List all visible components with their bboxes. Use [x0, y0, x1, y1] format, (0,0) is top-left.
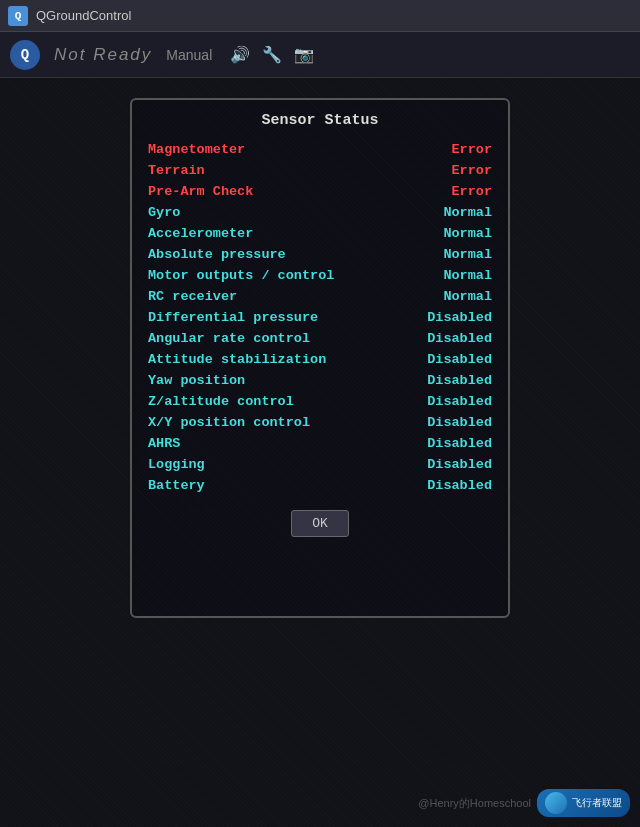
sensor-row: AHRSDisabled: [148, 433, 492, 454]
sensor-name: Terrain: [148, 163, 205, 178]
main-content: Sensor Status MagnetometerErrorTerrainEr…: [0, 78, 640, 827]
ok-button[interactable]: OK: [291, 510, 349, 537]
sensor-value: Normal: [412, 289, 492, 304]
sensor-value: Disabled: [412, 331, 492, 346]
sensor-name: AHRS: [148, 436, 180, 451]
watermark: @Henry的Homeschool 飞行者联盟: [418, 789, 630, 817]
sensor-row: X/Y position controlDisabled: [148, 412, 492, 433]
sensor-name: Differential pressure: [148, 310, 318, 325]
sensor-name: RC receiver: [148, 289, 237, 304]
sensor-row: TerrainError: [148, 160, 492, 181]
settings-icon[interactable]: 🔧: [262, 45, 282, 65]
sensor-row: Attitude stabilizationDisabled: [148, 349, 492, 370]
sensor-row: LoggingDisabled: [148, 454, 492, 475]
sensor-row: Differential pressureDisabled: [148, 307, 492, 328]
sensor-row: Z/altitude controlDisabled: [148, 391, 492, 412]
sensor-value: Error: [412, 184, 492, 199]
sensor-value: Disabled: [412, 436, 492, 451]
sensor-name: Magnetometer: [148, 142, 245, 157]
sensor-name: Motor outputs / control: [148, 268, 334, 283]
connection-status: Not Ready: [54, 45, 152, 65]
sensor-row: Motor outputs / controlNormal: [148, 265, 492, 286]
sensor-value: Disabled: [412, 352, 492, 367]
sensor-name: Z/altitude control: [148, 394, 294, 409]
sensor-value: Disabled: [412, 478, 492, 493]
sensor-name: Gyro: [148, 205, 180, 220]
sensor-row: GyroNormal: [148, 202, 492, 223]
sensor-table: MagnetometerErrorTerrainErrorPre-Arm Che…: [148, 139, 492, 496]
watermark-badge: 飞行者联盟: [537, 789, 630, 817]
sensor-name: Yaw position: [148, 373, 245, 388]
sensor-value: Normal: [412, 247, 492, 262]
sensor-value: Disabled: [412, 373, 492, 388]
ok-button-container: OK: [148, 510, 492, 537]
title-bar: Q QGroundControl: [0, 0, 640, 32]
sensor-value: Error: [412, 163, 492, 178]
sensor-row: MagnetometerError: [148, 139, 492, 160]
badge-text: 飞行者联盟: [572, 796, 622, 810]
sensor-value: Disabled: [412, 310, 492, 325]
flight-mode: Manual: [166, 47, 212, 63]
sensor-value: Normal: [412, 205, 492, 220]
sensor-name: Absolute pressure: [148, 247, 286, 262]
sensor-name: X/Y position control: [148, 415, 310, 430]
sensor-name: Angular rate control: [148, 331, 310, 346]
sensor-name: Attitude stabilization: [148, 352, 326, 367]
sensor-row: AccelerometerNormal: [148, 223, 492, 244]
sensor-row: Angular rate controlDisabled: [148, 328, 492, 349]
sensor-row: Absolute pressureNormal: [148, 244, 492, 265]
sensor-status-panel: Sensor Status MagnetometerErrorTerrainEr…: [130, 98, 510, 618]
sensor-row: RC receiverNormal: [148, 286, 492, 307]
app-title: QGroundControl: [36, 8, 131, 23]
app-icon: Q: [8, 6, 28, 26]
sensor-name: Accelerometer: [148, 226, 253, 241]
sensor-value: Normal: [412, 268, 492, 283]
sensor-name: Pre-Arm Check: [148, 184, 253, 199]
camera-icon[interactable]: 📷: [294, 45, 314, 65]
toolbar-logo[interactable]: Q: [10, 40, 40, 70]
sensor-value: Disabled: [412, 415, 492, 430]
sensor-row: Yaw positionDisabled: [148, 370, 492, 391]
watermark-text: @Henry的Homeschool: [418, 796, 531, 811]
sensor-value: Error: [412, 142, 492, 157]
sensor-value: Disabled: [412, 394, 492, 409]
sensor-row: BatteryDisabled: [148, 475, 492, 496]
sensor-name: Logging: [148, 457, 205, 472]
sensor-panel-title: Sensor Status: [148, 112, 492, 129]
sensor-value: Normal: [412, 226, 492, 241]
sensor-row: Pre-Arm CheckError: [148, 181, 492, 202]
sensor-name: Battery: [148, 478, 205, 493]
toolbar-icons: 🔊 🔧 📷: [230, 45, 314, 65]
toolbar: Q Not Ready Manual 🔊 🔧 📷: [0, 32, 640, 78]
badge-icon: [545, 792, 567, 814]
volume-icon[interactable]: 🔊: [230, 45, 250, 65]
sensor-value: Disabled: [412, 457, 492, 472]
